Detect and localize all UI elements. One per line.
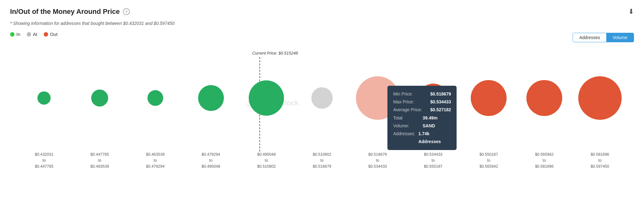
xaxis-line2-2: to [127, 158, 183, 164]
xaxis-line2-6: to [350, 158, 405, 164]
tooltip-min-value: $0.518679 [430, 90, 451, 98]
tooltip-avg-row: Average Price: $0.527182 [393, 106, 451, 114]
help-icon[interactable]: ? [123, 8, 130, 15]
xaxis-line1-0: $0.432031 [16, 152, 72, 158]
xaxis-line3-5: $0.518679 [294, 164, 350, 170]
bubble-col-3 [183, 85, 239, 111]
xaxis-col-7: $0.534433 to $0.550187 [405, 152, 461, 169]
xaxis-line2-10: to [572, 158, 628, 164]
xaxis-line3-4: $0.510802 [239, 164, 294, 170]
xaxis-line2-8: to [461, 158, 517, 164]
bubble-1[interactable] [91, 90, 108, 107]
bubble-col-2 [127, 90, 183, 106]
bubble-col-8 [461, 80, 517, 116]
xaxis-line3-10: $0.597450 [572, 164, 628, 170]
tooltip-min-label: Min Price: [393, 90, 413, 98]
xaxis-line3-8: $0.565942 [461, 164, 517, 170]
legend-at: At [27, 32, 37, 37]
bubble-col-4 [239, 80, 294, 116]
xaxis-line1-6: $0.518679 [350, 152, 405, 158]
bubble-col-6: Min Price: $0.518679 Max Price: $0.53443… [350, 76, 405, 120]
legend-dot-at [27, 32, 31, 37]
tooltip-addr-value: 1.74k Addresses [418, 130, 451, 146]
bubble-3[interactable] [198, 85, 224, 111]
xaxis-line2-3: to [183, 158, 239, 164]
chart-title: In/Out of the Money Around Price [10, 8, 120, 16]
bubble-10[interactable] [578, 76, 622, 120]
tooltip-avg-value: $0.527182 [430, 106, 451, 114]
legend-label-at: At [33, 32, 37, 37]
bubble-col-1 [72, 90, 128, 107]
chart-container: In/Out of the Money Around Price ? ⬇ * S… [0, 0, 644, 177]
xaxis-col-1: $0.447785 to $0.463539 [72, 152, 128, 169]
legend-in: In [10, 32, 20, 37]
header-row: In/Out of the Money Around Price ? ⬇ [10, 8, 634, 16]
xaxis-line2-9: to [517, 158, 572, 164]
tooltip-vol-value: 39.49m SAND [423, 114, 451, 130]
xaxis-line1-5: $0.510802 [294, 152, 350, 158]
controls-row: Addresses Volume [58, 33, 634, 42]
xaxis-col-6: $0.518679 to $0.534433 [350, 152, 405, 169]
xaxis-line3-3: $0.495048 [183, 164, 239, 170]
bubbles-row: Min Price: $0.518679 Max Price: $0.53443… [10, 63, 634, 133]
xaxis-line1-1: $0.447785 [72, 152, 128, 158]
bubble-col-9 [517, 80, 572, 116]
xaxis-line1-9: $0.565942 [517, 152, 572, 158]
tooltip-addr-row: Addresses: 1.74k Addresses [393, 130, 451, 146]
bubble-col-10 [572, 76, 628, 120]
xaxis-col-2: $0.463539 to $0.479294 [127, 152, 183, 169]
xaxis-col-9: $0.565942 to $0.581696 [517, 152, 572, 169]
tooltip-max-label: Max Price: [393, 98, 414, 106]
xaxis-col-5: $0.510802 to $0.518679 [294, 152, 350, 169]
legend-out: Out [44, 32, 58, 37]
bubble-col-0 [16, 91, 72, 105]
tooltip-max-row: Max Price: $0.534433 [393, 98, 451, 106]
xaxis-line2-1: to [72, 158, 128, 164]
tooltip-min-row: Min Price: $0.518679 [393, 90, 451, 98]
current-price-label: Current Price: $0.515248 [252, 51, 298, 55]
xaxis-line2-7: to [405, 158, 461, 164]
xaxis-row: $0.432031 to $0.447785 $0.447785 to $0.4… [10, 152, 634, 169]
tooltip-vol-row: Total Volume: 39.49m SAND [393, 114, 451, 130]
xaxis-col-3: $0.479294 to $0.495048 [183, 152, 239, 169]
legend-label-in: In [16, 32, 20, 37]
xaxis-col-0: $0.432031 to $0.447785 [16, 152, 72, 169]
xaxis-line2-0: to [16, 158, 72, 164]
xaxis-col-4: $0.495048 to $0.510802 [239, 152, 294, 169]
bubble-8[interactable] [471, 80, 507, 116]
xaxis-line2-5: to [294, 158, 350, 164]
chart-area: Current Price: $0.515248 intotheblock [10, 48, 634, 148]
bubble-col-5 [294, 87, 350, 109]
xaxis-line3-9: $0.581696 [517, 164, 572, 170]
legend-label-out: Out [50, 32, 58, 37]
tooltip-avg-label: Average Price: [393, 106, 422, 114]
xaxis-line3-1: $0.463539 [72, 164, 128, 170]
tooltip-addr-label: Addresses: [393, 130, 415, 146]
tooltip-max-value: $0.534433 [430, 98, 451, 106]
tooltip-vol-label: Total Volume: [393, 114, 419, 130]
xaxis-col-10: $0.581696 to $0.597450 [572, 152, 628, 169]
xaxis-line1-10: $0.581696 [572, 152, 628, 158]
xaxis-line1-7: $0.534433 [405, 152, 461, 158]
tooltip: Min Price: $0.518679 Max Price: $0.53443… [387, 86, 457, 150]
bubble-0[interactable] [37, 91, 51, 105]
xaxis-line1-3: $0.479294 [183, 152, 239, 158]
toggle-buttons: Addresses Volume [573, 33, 634, 42]
legend-row: In At Out [10, 32, 58, 37]
xaxis-col-8: $0.550187 to $0.565942 [461, 152, 517, 169]
title-area: In/Out of the Money Around Price ? [10, 8, 130, 16]
download-button[interactable]: ⬇ [628, 8, 634, 16]
bubble-4[interactable] [249, 80, 284, 116]
bubble-5[interactable] [311, 87, 333, 109]
xaxis-line1-4: $0.495048 [239, 152, 294, 158]
xaxis-line1-2: $0.463539 [127, 152, 183, 158]
bubble-2[interactable] [147, 90, 163, 106]
subtitle-text: * Showing information for addresses that… [10, 21, 634, 26]
addresses-toggle[interactable]: Addresses [573, 33, 606, 42]
legend-dot-in [10, 32, 14, 37]
xaxis-line1-8: $0.550187 [461, 152, 517, 158]
legend-dot-out [44, 32, 48, 37]
xaxis-line3-6: $0.534433 [350, 164, 405, 170]
volume-toggle[interactable]: Volume [606, 33, 634, 42]
bubble-9[interactable] [526, 80, 562, 116]
